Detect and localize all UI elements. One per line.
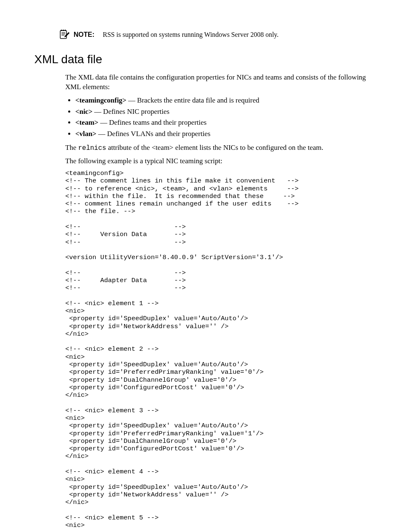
note-text: RSS is supported on systems running Wind…	[103, 31, 279, 39]
note-icon	[59, 29, 69, 40]
tag-name: <team>	[75, 118, 98, 126]
note-label: NOTE:	[74, 31, 95, 39]
relnics-paragraph: The relnics attribute of the <team> elem…	[65, 143, 374, 153]
example-intro: The following example is a typical NIC t…	[65, 157, 374, 166]
page-container: NOTE: RSS is supported on systems runnin…	[0, 0, 399, 532]
relnics-post: attribute of the <team> element lists th…	[106, 144, 323, 152]
intro-paragraph: The XML data file contains the configura…	[65, 73, 374, 92]
bullet-list: <teamingconfig> — Brackets the entire da…	[65, 95, 374, 139]
section-heading: XML data file	[34, 53, 378, 66]
list-item: <team> — Defines teams and their propert…	[75, 118, 374, 128]
list-item: <teamingconfig> — Brackets the entire da…	[75, 95, 374, 106]
svg-rect-0	[60, 31, 66, 39]
code-block: <teamingconfig> <!-- The comment lines i…	[65, 170, 374, 529]
tag-name: <teamingconfig>	[75, 96, 126, 104]
list-item: <vlan> — Defines VLANs and their propert…	[75, 129, 374, 139]
relnics-pre: The	[65, 144, 78, 152]
tag-name: <nic>	[75, 108, 92, 116]
tag-desc: — Brackets the entire data file and is r…	[126, 96, 259, 104]
content-block: The XML data file contains the configura…	[65, 73, 374, 529]
tag-desc: — Defines teams and their properties	[98, 118, 207, 126]
list-item: <nic> — Defines NIC properties	[75, 107, 374, 117]
note-block: NOTE: RSS is supported on systems runnin…	[21, 29, 378, 40]
relnics-code: relnics	[78, 144, 106, 152]
tag-desc: — Defines NIC properties	[92, 108, 169, 116]
tag-name: <vlan>	[75, 130, 97, 138]
tag-desc: — Defines VLANs and their properties	[97, 130, 211, 138]
